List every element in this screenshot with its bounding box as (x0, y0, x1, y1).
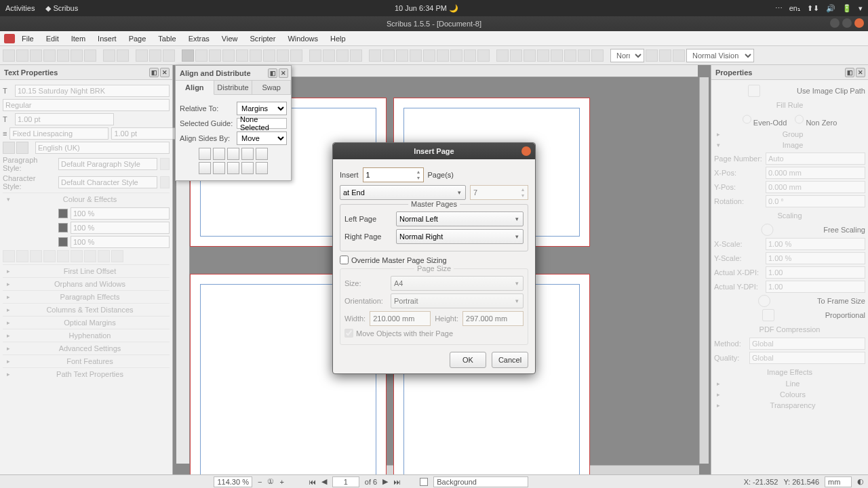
menu-table[interactable]: Table (153, 33, 181, 44)
tool-close[interactable] (43, 49, 56, 62)
quality-input[interactable] (749, 352, 865, 364)
tool-pdf-combo[interactable] (551, 49, 563, 62)
tool-line[interactable] (309, 49, 321, 62)
tool-pdf-radio[interactable] (510, 49, 522, 62)
tool-image-frame[interactable] (209, 49, 221, 62)
tool-toggle-cm[interactable] (646, 49, 658, 62)
zoom-reset-icon[interactable]: ① (267, 477, 274, 486)
status-icon[interactable]: ◐ (857, 477, 864, 486)
bg-shade-input[interactable] (71, 236, 170, 248)
page-prev-icon[interactable]: ◀ (321, 477, 327, 486)
tool-pdf-button[interactable] (496, 49, 509, 62)
menu-insert[interactable]: Insert (92, 33, 122, 44)
tool-pdf-text[interactable] (524, 49, 536, 62)
tool-preview[interactable] (659, 49, 671, 62)
tool-eyedropper[interactable] (477, 49, 490, 62)
tool-cut[interactable] (136, 49, 148, 62)
effect-icon[interactable] (71, 250, 83, 262)
page-number-input[interactable]: 1 (332, 476, 359, 487)
align-bottom-button[interactable] (227, 162, 239, 174)
align-hcenter2-button[interactable] (241, 148, 254, 160)
align-right2-button[interactable] (256, 148, 268, 160)
tool-copy[interactable] (149, 49, 161, 62)
menu-file[interactable]: File (16, 33, 39, 44)
rotation-input[interactable] (766, 195, 865, 207)
bg-swatch[interactable] (58, 237, 68, 247)
section-advanced[interactable]: Advanced Settings (14, 344, 165, 352)
tool-table[interactable] (236, 49, 248, 62)
panel-float-icon[interactable]: ◧ (149, 68, 159, 77)
align-bottom2-button[interactable] (256, 162, 268, 174)
menu-help[interactable]: Help (325, 33, 351, 44)
tool-print[interactable] (57, 49, 69, 62)
menu-extras[interactable]: Extras (183, 33, 215, 44)
char-style-clear-icon[interactable] (160, 176, 170, 188)
window-close-button[interactable] (854, 18, 864, 28)
tool-rotate[interactable] (369, 49, 381, 62)
tool-unlink[interactable] (437, 49, 449, 62)
ok-button[interactable]: OK (450, 352, 486, 368)
tool-pdf-check[interactable] (537, 49, 549, 62)
panel-float-icon[interactable]: ◧ (845, 68, 854, 77)
align-top-button[interactable] (199, 162, 211, 174)
panel-float-icon[interactable]: ◧ (268, 68, 277, 78)
window-minimize-button[interactable] (830, 18, 840, 28)
axdpi-input[interactable] (766, 266, 865, 279)
effect-icon[interactable] (30, 250, 42, 262)
cancel-button[interactable]: Cancel (492, 352, 528, 368)
menu-scripter[interactable]: Scripter (244, 33, 281, 44)
zoom-input[interactable]: 114.30 % (214, 476, 252, 487)
align-vcenter2-button[interactable] (241, 162, 254, 174)
network-icon[interactable]: ⬆⬇ (807, 4, 819, 13)
align-left-icon[interactable] (3, 142, 15, 154)
menu-edit[interactable]: Edit (41, 33, 64, 44)
effect-icon[interactable] (3, 250, 15, 262)
tool-link[interactable] (423, 49, 435, 62)
tool-save[interactable] (30, 49, 42, 62)
tool-copy-props[interactable] (464, 49, 476, 62)
align-right-button[interactable] (227, 148, 239, 160)
tool-open[interactable] (16, 49, 28, 62)
stroke-swatch[interactable] (58, 223, 68, 232)
tool-select[interactable] (182, 49, 194, 62)
tool-pdf-annot[interactable] (578, 49, 590, 62)
section-para-effects[interactable]: Paragraph Effects (14, 293, 165, 301)
panel-close-icon[interactable]: ✕ (160, 68, 170, 77)
scrollbar-vertical[interactable] (699, 77, 709, 464)
fill-shade-input[interactable] (71, 207, 170, 220)
tool-text-frame[interactable] (195, 49, 208, 62)
relative-to-select[interactable]: Margins (237, 102, 287, 115)
font-style-input[interactable] (3, 99, 170, 111)
font-family-input[interactable] (15, 85, 170, 97)
effect-icon[interactable] (111, 250, 123, 262)
tool-shape[interactable] (250, 49, 262, 62)
zoom-in-icon[interactable]: + (279, 478, 283, 486)
window-maximize-button[interactable] (842, 18, 852, 28)
tool-zoom[interactable] (382, 49, 395, 62)
section-hyphenation[interactable]: Hyphenation (14, 331, 165, 340)
tool-freehand[interactable] (336, 49, 349, 62)
effect-icon[interactable] (43, 250, 56, 262)
aydpi-input[interactable] (766, 281, 865, 293)
dialog-close-button[interactable] (521, 146, 531, 156)
align-hcenter-button[interactable] (213, 148, 225, 160)
tab-swap[interactable]: Swap (252, 81, 291, 94)
tool-pdf[interactable] (84, 49, 96, 62)
tool-pdf-link[interactable] (591, 49, 604, 62)
section-optical[interactable]: Optical Margins (14, 319, 165, 327)
tool-undo[interactable] (103, 49, 115, 62)
tool-paste[interactable] (163, 49, 175, 62)
section-orphans[interactable]: Orphans and Widows (14, 280, 165, 288)
unit-select[interactable]: mm (825, 476, 852, 487)
tool-spiral[interactable] (290, 49, 302, 62)
position-select[interactable]: at End (340, 185, 466, 200)
tool-story-editor[interactable] (410, 49, 422, 62)
effect-icon[interactable] (98, 250, 110, 262)
xpos-input[interactable] (766, 167, 865, 179)
menu-windows[interactable]: Windows (282, 33, 323, 44)
tool-render[interactable] (222, 49, 235, 62)
left-page-select[interactable]: Normal Left (396, 211, 524, 226)
pagenum-input[interactable] (766, 152, 865, 165)
align-left-button[interactable] (199, 148, 211, 160)
tool-pdf-list[interactable] (564, 49, 576, 62)
